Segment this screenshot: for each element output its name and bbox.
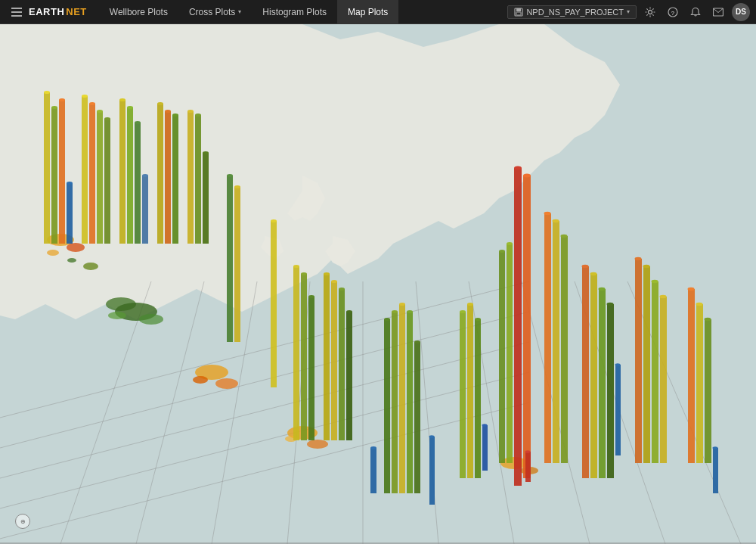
- svg-point-128: [643, 265, 650, 268]
- help-button[interactable]: ?: [664, 3, 682, 21]
- svg-rect-139: [713, 448, 718, 493]
- svg-rect-145: [392, 312, 398, 493]
- svg-point-104: [523, 174, 531, 178]
- svg-rect-57: [104, 119, 110, 244]
- svg-point-33: [139, 314, 163, 325]
- app-logo: EARTHNET: [29, 6, 87, 17]
- svg-point-60: [119, 98, 125, 101]
- chevron-down-icon: ▾: [238, 8, 241, 15]
- svg-point-114: [561, 235, 568, 238]
- svg-rect-51: [82, 96, 88, 244]
- svg-rect-91: [324, 274, 330, 440]
- svg-rect-149: [407, 312, 413, 493]
- svg-rect-133: [688, 289, 695, 463]
- svg-point-54: [89, 102, 95, 105]
- svg-point-142: [429, 435, 435, 438]
- project-selector[interactable]: NPD_NS_PAY_PROJECT ▾: [507, 5, 637, 19]
- notifications-button[interactable]: [686, 3, 705, 21]
- svg-point-46: [51, 106, 57, 109]
- svg-rect-147: [399, 304, 405, 493]
- nav-histogram-plots[interactable]: Histogram Plots: [252, 0, 337, 24]
- logo-earth: EARTH: [29, 6, 64, 17]
- svg-point-29: [83, 263, 98, 270]
- svg-rect-115: [582, 266, 589, 478]
- svg-rect-0: [11, 8, 22, 9]
- svg-point-86: [293, 265, 299, 268]
- svg-rect-97: [346, 312, 352, 440]
- svg-rect-79: [227, 176, 233, 342]
- map-container[interactable]: NORWAY ALAND: [0, 24, 756, 544]
- hamburger-menu[interactable]: [6, 0, 27, 24]
- svg-rect-141: [429, 437, 435, 505]
- svg-rect-111: [553, 221, 559, 463]
- alert-icon: [713, 7, 723, 17]
- svg-point-64: [135, 121, 141, 124]
- nav-items: Wellbore Plots Cross Plots ▾ Histogram P…: [99, 0, 508, 24]
- svg-point-96: [339, 288, 345, 291]
- svg-rect-143: [384, 319, 390, 493]
- navbar: EARTHNET Wellbore Plots Cross Plots ▾ Hi…: [0, 0, 756, 24]
- svg-point-126: [635, 257, 642, 260]
- svg-rect-159: [482, 425, 488, 471]
- svg-point-148: [399, 303, 405, 306]
- svg-rect-151: [414, 342, 420, 493]
- svg-rect-125: [635, 259, 642, 463]
- svg-point-68: [157, 102, 163, 105]
- svg-rect-71: [172, 115, 178, 244]
- svg-point-144: [384, 318, 390, 321]
- svg-point-56: [97, 110, 103, 113]
- svg-rect-93: [331, 281, 337, 440]
- svg-rect-109: [544, 213, 551, 463]
- svg-rect-75: [195, 115, 201, 244]
- svg-point-76: [195, 113, 201, 117]
- svg-point-94: [331, 280, 337, 283]
- svg-point-52: [82, 95, 88, 98]
- svg-point-30: [67, 258, 76, 263]
- svg-point-80: [227, 174, 233, 177]
- user-avatar[interactable]: DS: [732, 3, 750, 21]
- svg-rect-4: [516, 8, 521, 11]
- svg-point-66: [142, 174, 148, 177]
- svg-point-90: [308, 295, 314, 298]
- svg-point-106: [499, 250, 505, 253]
- svg-point-130: [652, 280, 658, 283]
- svg-point-44: [44, 91, 50, 94]
- svg-point-152: [414, 340, 420, 343]
- map-visualization: [0, 24, 756, 544]
- svg-point-36: [215, 378, 238, 389]
- svg-point-120: [599, 288, 606, 291]
- svg-point-116: [582, 265, 589, 268]
- settings-icon: [645, 7, 655, 17]
- svg-rect-123: [615, 365, 621, 455]
- svg-rect-87: [301, 274, 307, 440]
- settings-button[interactable]: [641, 3, 659, 21]
- svg-point-70: [165, 110, 171, 113]
- svg-rect-83: [271, 221, 277, 387]
- svg-point-50: [67, 182, 73, 185]
- svg-point-132: [660, 295, 667, 298]
- svg-point-156: [467, 303, 473, 306]
- svg-rect-107: [507, 244, 513, 463]
- svg-point-102: [514, 166, 522, 170]
- nav-cross-plots[interactable]: Cross Plots ▾: [178, 0, 252, 24]
- svg-rect-101: [514, 168, 522, 486]
- nav-wellbore-plots[interactable]: Wellbore Plots: [99, 0, 178, 24]
- svg-rect-157: [475, 319, 481, 478]
- svg-point-6: [649, 10, 652, 14]
- save-icon: [514, 8, 523, 17]
- svg-point-136: [696, 303, 703, 306]
- alerts-button[interactable]: [709, 3, 727, 21]
- nav-right: NPD_NS_PAY_PROJECT ▾ ? DS: [507, 3, 750, 21]
- svg-point-108: [507, 242, 513, 245]
- svg-rect-47: [59, 100, 65, 244]
- chevron-down-icon: ▾: [627, 8, 630, 15]
- nav-map-plots[interactable]: Map Plots: [337, 0, 398, 24]
- svg-rect-127: [643, 266, 650, 463]
- svg-point-27: [67, 243, 85, 252]
- svg-rect-49: [67, 183, 73, 244]
- svg-rect-153: [460, 312, 466, 478]
- svg-rect-77: [203, 153, 209, 244]
- svg-rect-155: [467, 304, 473, 478]
- svg-rect-81: [234, 187, 240, 342]
- svg-point-72: [172, 113, 178, 117]
